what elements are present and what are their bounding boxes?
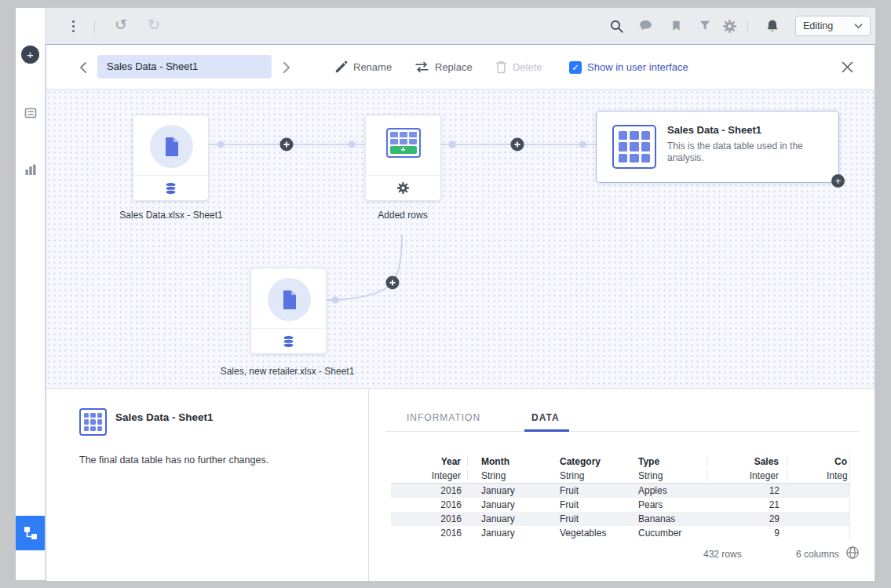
trash-icon (495, 60, 507, 74)
replace-button[interactable]: Replace (414, 45, 473, 89)
settings-gear-icon[interactable] (366, 176, 440, 200)
chevron-down-icon (854, 23, 863, 29)
file-icon-circle (150, 125, 193, 168)
add-transformation-button[interactable] (386, 276, 400, 290)
show-in-ui-label: Show in user interface (587, 61, 688, 73)
database-icon (133, 176, 208, 200)
file-icon-circle (268, 278, 311, 321)
table-icon (612, 125, 656, 169)
table-header-row: Year Month Category Type Sales Co (391, 455, 849, 469)
editing-mode-label: Editing (803, 20, 833, 31)
source-node-new-retailer[interactable] (250, 268, 327, 354)
added-rows-node[interactable]: + (365, 115, 441, 201)
show-in-ui-toggle[interactable]: ✓ Show in user interface (569, 45, 688, 89)
add-transformation-button[interactable] (511, 138, 524, 152)
toolbar-divider (94, 20, 95, 33)
table-row: 2016 January Vegetables Cucumber 9 (391, 526, 849, 540)
table-types-row: Integer String String String Integer Int… (391, 469, 849, 483)
data-preview-pane: INFORMATION DATA Year Month Category Typ… (369, 389, 875, 581)
chevron-right-icon[interactable] (283, 62, 290, 73)
table-name-field[interactable]: Sales Data - Sheet1 (97, 55, 272, 79)
pages-icon[interactable] (24, 107, 37, 119)
final-table-node[interactable]: Sales Data - Sheet1 This is the data tab… (596, 111, 839, 183)
table-row: 2016 January Fruit Pears 21 (391, 498, 849, 512)
active-tab-indicator (524, 429, 569, 432)
source-node-sales-data[interactable] (133, 115, 209, 201)
filter-icon[interactable] (699, 19, 711, 31)
node-label: Sales, new retailer.xlsx - Sheet1 (201, 366, 374, 377)
globe-icon[interactable] (845, 546, 860, 560)
tab-data[interactable]: DATA (531, 412, 560, 423)
details-title: Sales Data - Sheet1 (115, 411, 214, 423)
canvas-header-bar: Sales Data - Sheet1 Rename Replace Delet… (46, 45, 875, 89)
toolbar-divider (747, 20, 748, 33)
checkbox-checked[interactable]: ✓ (569, 61, 582, 74)
undo-icon[interactable]: ↺ (115, 17, 127, 32)
file-icon (164, 137, 180, 156)
details-description: The final data table has no further chan… (79, 455, 268, 466)
plus-icon: + (27, 48, 34, 61)
bar-chart-icon[interactable] (24, 163, 37, 176)
check-icon: ✓ (571, 62, 579, 73)
plus-row-icon: + (390, 146, 417, 154)
table-row: 2016 January Fruit Bananas 29 (391, 512, 849, 526)
rename-label: Rename (353, 61, 392, 73)
delete-button[interactable]: Delete (495, 45, 542, 89)
redo-icon[interactable]: ↻ (148, 17, 160, 32)
search-icon[interactable] (609, 19, 624, 34)
bookmark-icon[interactable] (670, 19, 682, 32)
editing-mode-dropdown[interactable]: Editing (795, 16, 871, 36)
chevron-left-icon[interactable] (79, 62, 86, 73)
data-canvas[interactable]: Sales Data.xlsx - Sheet1 + Added rows Sa… (46, 89, 875, 388)
add-button[interactable]: + (21, 46, 39, 64)
delete-label: Delete (513, 61, 542, 73)
add-output-button[interactable]: + (831, 174, 845, 188)
menu-kebab-icon[interactable] (72, 20, 75, 32)
comments-icon[interactable] (638, 19, 653, 32)
data-canvas-icon (23, 525, 38, 541)
data-preview-table: Year Month Category Type Sales Co Intege… (391, 455, 850, 540)
replace-label: Replace (435, 61, 473, 73)
database-icon (251, 329, 326, 353)
notifications-bell-icon[interactable] (765, 19, 780, 33)
table-header: Year Month Category Type Sales Co Intege… (391, 455, 849, 484)
table-icon (79, 408, 107, 436)
pencil-icon (334, 60, 348, 74)
details-area: Sales Data - Sheet1 The final data table… (46, 388, 875, 581)
file-icon (282, 290, 298, 309)
replace-icon (414, 61, 429, 73)
node-label: Added rows (316, 210, 489, 221)
add-transformation-button[interactable] (280, 138, 294, 152)
final-node-title: Sales Data - Sheet1 (667, 124, 761, 136)
gear-icon[interactable] (722, 19, 737, 34)
tab-information[interactable]: INFORMATION (407, 412, 480, 423)
top-toolbar: ↺ ↻ Editing (46, 8, 875, 44)
node-label: Sales Data.xlsx - Sheet1 (85, 210, 257, 221)
close-icon[interactable] (842, 61, 853, 73)
data-canvas-button[interactable] (16, 516, 45, 550)
column-count: 6 columns (796, 549, 839, 560)
app-sidebar: + (16, 8, 46, 580)
table-row: 2016 January Fruit Apples 12 (391, 484, 849, 498)
tab-underline (385, 431, 859, 432)
data-canvas-panel: Sales Data - Sheet1 Rename Replace Delet… (46, 44, 875, 580)
row-count: 432 rows (703, 549, 742, 560)
added-rows-icon: + (386, 128, 421, 158)
rename-button[interactable]: Rename (334, 45, 392, 89)
final-node-description: This is the data table used in the analy… (667, 141, 831, 164)
